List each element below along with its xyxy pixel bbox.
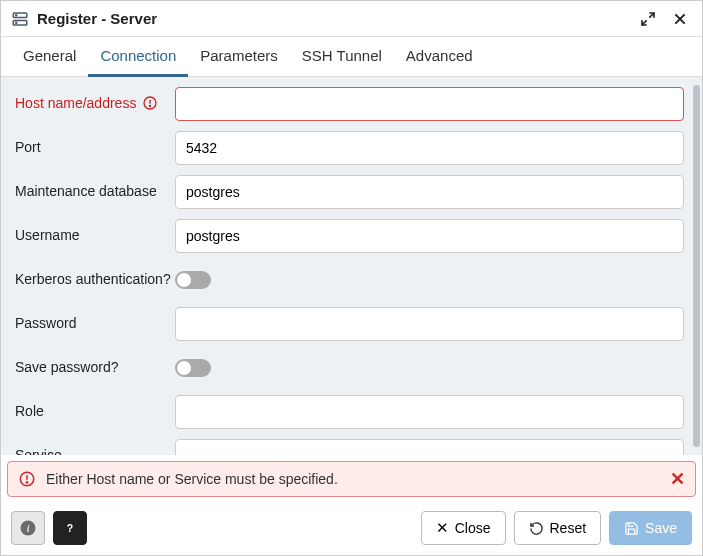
error-bar: Either Host name or Service must be spec…: [7, 461, 696, 497]
svg-point-10: [150, 105, 151, 106]
save-icon: [624, 521, 639, 536]
row-host: Host name/address: [15, 87, 696, 123]
dialog-header: Register - Server: [1, 1, 702, 37]
error-message: Either Host name or Service must be spec…: [46, 471, 670, 487]
scrollbar[interactable]: [693, 85, 700, 447]
info-icon: i: [19, 519, 37, 537]
label-maintenance-db: Maintenance database: [15, 175, 175, 199]
close-icon: [672, 11, 688, 27]
kerberos-toggle[interactable]: [175, 271, 211, 289]
label-service: Service: [15, 439, 175, 455]
label-kerberos: Kerberos authentication?: [15, 263, 175, 287]
save-button[interactable]: Save: [609, 511, 692, 545]
password-input[interactable]: [175, 307, 684, 341]
label-host: Host name/address: [15, 87, 175, 111]
form-body: Host name/address Port Maintenance dat: [1, 77, 702, 455]
reset-icon: [529, 521, 544, 536]
dialog-title: Register - Server: [37, 10, 636, 27]
reset-button[interactable]: Reset: [514, 511, 602, 545]
footer-right: ✕ Close Reset Save: [421, 511, 692, 545]
close-icon: ✕: [670, 469, 685, 489]
close-dialog-button[interactable]: [668, 7, 692, 31]
svg-point-3: [16, 22, 17, 23]
tab-parameters[interactable]: Parameters: [188, 37, 290, 77]
save-password-toggle[interactable]: [175, 359, 211, 377]
label-port: Port: [15, 131, 175, 155]
help-icon: ?: [61, 519, 79, 537]
port-input[interactable]: [175, 131, 684, 165]
tab-ssh-tunnel[interactable]: SSH Tunnel: [290, 37, 394, 77]
row-password: Password: [15, 307, 696, 343]
tab-connection[interactable]: Connection: [88, 37, 188, 77]
close-icon: ✕: [436, 519, 449, 537]
username-input[interactable]: [175, 219, 684, 253]
footer-left: i ?: [11, 511, 87, 545]
host-input[interactable]: [175, 87, 684, 121]
row-role: Role: [15, 395, 696, 431]
label-password: Password: [15, 307, 175, 331]
sql-info-button[interactable]: i: [11, 511, 45, 545]
service-input[interactable]: [175, 439, 684, 455]
server-icon: [11, 10, 29, 28]
row-save-password: Save password?: [15, 351, 696, 387]
alert-icon: [142, 95, 158, 111]
tab-general[interactable]: General: [11, 37, 88, 77]
svg-point-13: [26, 482, 27, 483]
help-button[interactable]: ?: [53, 511, 87, 545]
svg-text:i: i: [27, 523, 30, 534]
register-server-dialog: Register - Server General Connection Par…: [0, 0, 703, 556]
maintenance-db-input[interactable]: [175, 175, 684, 209]
tab-advanced[interactable]: Advanced: [394, 37, 485, 77]
maximize-icon: [640, 11, 656, 27]
svg-text:?: ?: [67, 522, 73, 534]
row-port: Port: [15, 131, 696, 167]
row-kerberos: Kerberos authentication?: [15, 263, 696, 299]
row-maintenance-db: Maintenance database: [15, 175, 696, 211]
header-actions: [636, 7, 692, 31]
error-icon: [18, 470, 36, 488]
dialog-footer: i ? ✕ Close Reset: [1, 503, 702, 555]
label-role: Role: [15, 395, 175, 419]
maximize-button[interactable]: [636, 7, 660, 31]
row-service: Service: [15, 439, 696, 455]
label-save-password: Save password?: [15, 351, 175, 375]
role-input[interactable]: [175, 395, 684, 429]
row-username: Username: [15, 219, 696, 255]
close-button[interactable]: ✕ Close: [421, 511, 506, 545]
tabs: General Connection Parameters SSH Tunnel…: [1, 37, 702, 77]
svg-point-2: [16, 14, 17, 15]
dismiss-error-button[interactable]: ✕: [670, 470, 685, 488]
label-username: Username: [15, 219, 175, 243]
